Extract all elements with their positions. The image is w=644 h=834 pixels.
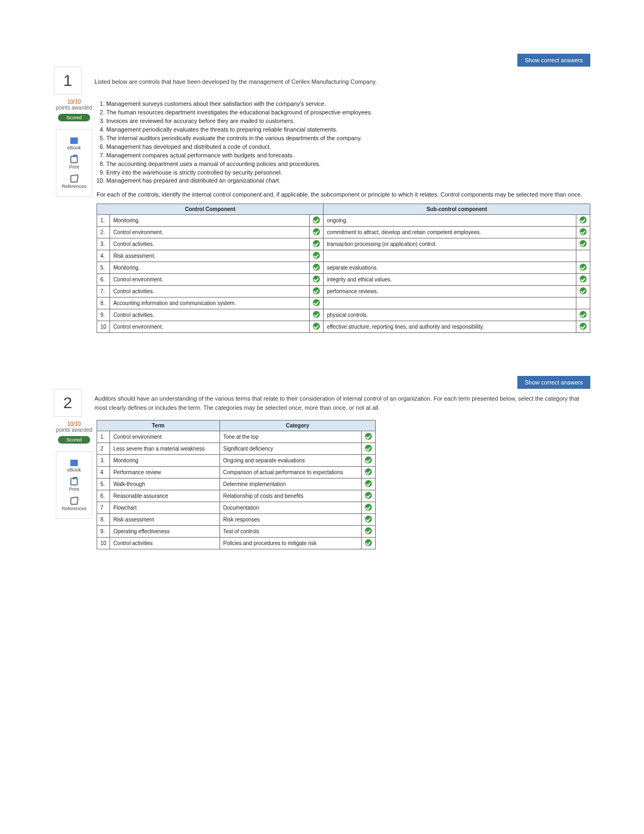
- question-instruction-1: For each of the controls, identify the i…: [97, 191, 590, 198]
- references-button[interactable]: References: [57, 172, 91, 192]
- table-row: 4.Risk assessment.: [97, 250, 590, 262]
- controls-list-item: Management periodically evaluates the th…: [106, 126, 590, 134]
- check-icon: [580, 323, 587, 330]
- row-number: 9.: [97, 526, 110, 538]
- scored-badge: Scored: [58, 114, 90, 121]
- controls-list-item: Management surveys customers about their…: [106, 100, 590, 108]
- question-number-1: 1: [54, 67, 82, 95]
- control-component-cell[interactable]: Control environment.: [110, 321, 310, 333]
- print-icon: [70, 156, 78, 163]
- mark-cell: [362, 538, 376, 549]
- subcontrol-component-cell[interactable]: [324, 298, 576, 309]
- term-cell[interactable]: Flowchart: [110, 502, 220, 514]
- check-icon: [365, 456, 372, 463]
- check-icon: [580, 228, 587, 235]
- table-row: 6.Control environment.integrity and ethi…: [97, 274, 590, 286]
- table-row: 9.Operating effectivenessTest of control…: [97, 526, 376, 538]
- control-component-cell[interactable]: Control environment.: [110, 274, 310, 286]
- control-component-cell[interactable]: Control activities.: [110, 286, 310, 298]
- mark-cell: [576, 286, 590, 298]
- term-cell[interactable]: Monitoring: [110, 455, 220, 467]
- check-icon: [580, 264, 587, 271]
- check-icon: [313, 323, 320, 330]
- show-answers-button[interactable]: Show correct answers: [517, 54, 590, 67]
- mark-cell: [576, 262, 590, 274]
- check-icon: [313, 252, 320, 259]
- category-cell[interactable]: Policies and procedures to mitigate risk: [219, 538, 361, 549]
- check-icon: [580, 240, 587, 247]
- mark-cell: [362, 526, 376, 538]
- controls-list-item: Management has prepared and distributed …: [106, 177, 590, 185]
- subcontrol-component-cell[interactable]: integrity and ethical values.: [324, 274, 576, 286]
- check-icon: [365, 527, 372, 534]
- control-component-cell[interactable]: Risk assessment.: [110, 250, 310, 262]
- category-cell[interactable]: Test of controls: [219, 526, 361, 538]
- control-component-cell[interactable]: Accounting information and communication…: [110, 298, 310, 309]
- subcontrol-component-cell[interactable]: ongoing.: [324, 215, 576, 227]
- mark-cell: [576, 227, 590, 238]
- category-cell[interactable]: Documentation: [219, 502, 361, 514]
- subcontrol-component-cell[interactable]: commitment to attract, develop and retai…: [324, 227, 576, 238]
- table-row: 2.Control environment.commitment to attr…: [97, 227, 590, 238]
- term-cell[interactable]: Reasonable assurance: [110, 490, 220, 502]
- references-button[interactable]: References: [57, 495, 91, 514]
- subcontrol-component-cell[interactable]: separate evaluations.: [324, 262, 576, 274]
- row-number: 7.: [97, 286, 110, 298]
- control-component-cell[interactable]: Control activities.: [110, 238, 310, 250]
- category-cell[interactable]: Relationship of costs and benefits: [219, 490, 361, 502]
- subcontrol-component-cell[interactable]: effective structure, reporting lines, an…: [324, 321, 576, 333]
- control-component-cell[interactable]: Monitoring.: [110, 262, 310, 274]
- mark-cell: [362, 455, 376, 467]
- print-button[interactable]: Print: [57, 475, 91, 495]
- category-cell[interactable]: Significant deficiency: [219, 443, 361, 455]
- table-row: 5.Monitoring.separate evaluations.: [97, 262, 590, 274]
- row-number: 7: [97, 502, 110, 514]
- subcontrol-component-cell[interactable]: performance reviews.: [324, 286, 576, 298]
- controls-list-item: Invoices are reviewed for accuracy befor…: [106, 117, 590, 126]
- mark-cell: [576, 215, 590, 227]
- term-cell[interactable]: Less severe than a material weakness: [110, 443, 220, 455]
- row-number: 10: [97, 321, 110, 333]
- check-icon: [580, 216, 587, 223]
- table-row: 6.Reasonable assuranceRelationship of co…: [97, 490, 376, 502]
- subcontrol-component-cell[interactable]: transaction processing (or application) …: [324, 238, 576, 250]
- question-number-2: 2: [54, 389, 82, 417]
- print-button[interactable]: Print: [57, 153, 91, 172]
- subcontrol-component-cell[interactable]: physical controls.: [324, 309, 576, 321]
- category-cell[interactable]: Comparison of actual performance to expe…: [219, 467, 361, 478]
- control-component-cell[interactable]: Control environment.: [110, 227, 310, 238]
- ebook-button[interactable]: eBook: [57, 134, 91, 153]
- check-icon: [313, 240, 320, 247]
- term-cell[interactable]: Walk-through: [110, 478, 220, 490]
- term-cell[interactable]: Operating effectiveness: [110, 526, 220, 538]
- control-component-cell[interactable]: Control activities.: [110, 309, 310, 321]
- term-cell[interactable]: Control environment: [110, 431, 220, 443]
- row-number: 4.: [97, 250, 110, 262]
- check-icon: [313, 228, 320, 235]
- category-cell[interactable]: Determine implementation: [219, 478, 361, 490]
- mark-cell: [362, 502, 376, 514]
- mark-cell: [362, 514, 376, 526]
- scored-badge: Scored: [58, 436, 90, 444]
- controls-list-item: Entry into the warehouse is strictly con…: [106, 169, 590, 177]
- points-awarded: 10/10 points awarded: [54, 99, 94, 111]
- answer-table-1: Control Component Sub-control component …: [97, 204, 590, 333]
- category-cell[interactable]: Tone at the top: [219, 431, 361, 443]
- term-cell[interactable]: Risk assessment: [110, 514, 220, 526]
- term-cell[interactable]: Control activities: [110, 538, 220, 549]
- table-row: 3.Control activities.transaction process…: [97, 238, 590, 250]
- subcontrol-component-cell[interactable]: [324, 250, 576, 262]
- show-answers-button[interactable]: Show correct answers: [517, 376, 590, 389]
- ebook-button[interactable]: eBook: [57, 456, 91, 475]
- check-icon: [313, 299, 320, 306]
- mark-cell: [310, 227, 324, 238]
- book-icon: [70, 459, 78, 466]
- mark-cell: [310, 274, 324, 286]
- term-cell[interactable]: Performance review: [110, 467, 220, 478]
- category-cell[interactable]: Ongoing and separate evaluations: [219, 455, 361, 467]
- mark-cell: [362, 478, 376, 490]
- check-icon: [313, 264, 320, 271]
- control-component-cell[interactable]: Monitoring.: [110, 215, 310, 227]
- category-cell[interactable]: Risk responses: [219, 514, 361, 526]
- table-row: 1.Control environmentTone at the top: [97, 431, 376, 443]
